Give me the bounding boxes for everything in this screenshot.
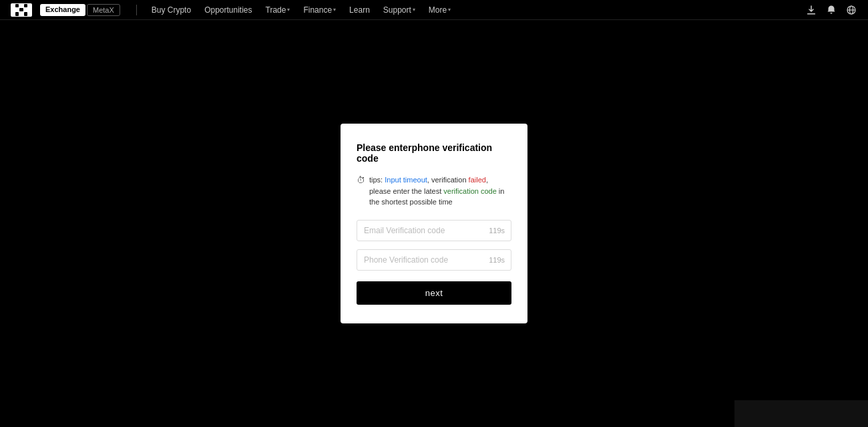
phone-code-group: 119s: [357, 249, 511, 271]
nav-tabs: Exchange MetaX: [40, 4, 120, 16]
nav-buy-crypto[interactable]: Buy Crypto: [145, 0, 198, 20]
nav-divider: [136, 5, 137, 15]
tips-box: ⏱ tips: Input timeout, verification fail…: [357, 174, 511, 208]
nav-links: Buy Crypto Opportunities Trade ▾ Finance…: [145, 0, 803, 20]
tips-text: tips: Input timeout, verification failed…: [369, 174, 504, 208]
bottom-right-decoration: [734, 400, 868, 427]
nav-opportunities[interactable]: Opportunities: [198, 0, 258, 20]
nav-finance[interactable]: Finance ▾: [296, 0, 343, 20]
finance-chevron-icon: ▾: [333, 7, 336, 13]
tips-green: verification code: [443, 187, 497, 195]
next-button[interactable]: next: [357, 281, 511, 305]
tips-red: failed: [469, 176, 486, 184]
download-icon[interactable]: [805, 4, 817, 16]
svg-rect-0: [807, 13, 815, 15]
email-code-group: 119s: [357, 220, 511, 241]
more-chevron-icon: ▾: [448, 7, 451, 13]
clock-icon: ⏱: [357, 175, 365, 185]
support-chevron-icon: ▾: [413, 7, 415, 13]
globe-icon[interactable]: [845, 4, 857, 16]
tab-exchange[interactable]: Exchange: [40, 4, 85, 16]
tips-comma: , verification: [427, 176, 469, 184]
nav-more[interactable]: More ▾: [422, 0, 457, 20]
logo[interactable]: [11, 3, 32, 17]
tips-blue: Input timeout: [385, 176, 427, 184]
trade-chevron-icon: ▾: [287, 7, 290, 13]
nav-right-icons: [805, 4, 857, 16]
nav-learn[interactable]: Learn: [343, 0, 377, 20]
main-content: Please enterphone verification code ⏱ ti…: [0, 20, 868, 427]
phone-timer: 119s: [489, 256, 505, 264]
navbar: Exchange MetaX Buy Crypto Opportunities …: [0, 0, 868, 20]
tab-metax[interactable]: MetaX: [87, 4, 120, 16]
bell-icon[interactable]: [825, 4, 837, 16]
nav-support[interactable]: Support ▾: [377, 0, 422, 20]
tips-prefix: tips:: [369, 176, 385, 184]
email-timer: 119s: [489, 227, 505, 235]
verification-modal: Please enterphone verification code ⏱ ti…: [341, 124, 527, 323]
modal-title: Please enterphone verification code: [357, 142, 511, 164]
nav-trade[interactable]: Trade ▾: [259, 0, 297, 20]
